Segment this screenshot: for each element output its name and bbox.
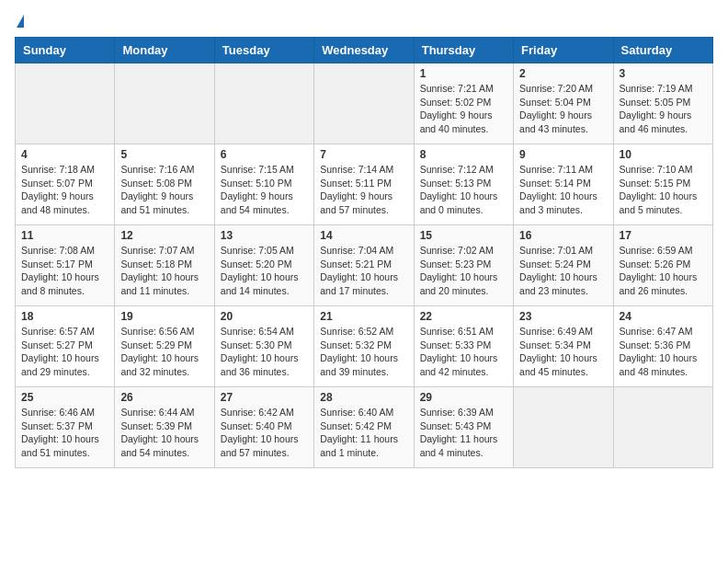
- calendar-table: SundayMondayTuesdayWednesdayThursdayFrid…: [15, 37, 713, 468]
- weekday-header-thursday: Thursday: [414, 38, 513, 63]
- calendar-cell: [314, 63, 414, 144]
- day-info: Sunrise: 6:49 AMSunset: 5:34 PMDaylight:…: [519, 325, 607, 379]
- day-info: Sunrise: 6:44 AMSunset: 5:39 PMDaylight:…: [120, 406, 208, 460]
- calendar-cell: 13Sunrise: 7:05 AMSunset: 5:20 PMDayligh…: [214, 225, 313, 306]
- day-info: Sunrise: 7:11 AMSunset: 5:14 PMDaylight:…: [519, 163, 607, 217]
- weekday-header-sunday: Sunday: [16, 38, 115, 63]
- day-info: Sunrise: 6:54 AMSunset: 5:30 PMDaylight:…: [221, 325, 308, 379]
- day-number: 12: [120, 229, 208, 242]
- day-number: 11: [21, 229, 108, 242]
- calendar-cell: 7Sunrise: 7:14 AMSunset: 5:11 PMDaylight…: [314, 144, 414, 225]
- day-number: 17: [620, 229, 707, 242]
- calendar-cell: 8Sunrise: 7:12 AMSunset: 5:13 PMDaylight…: [414, 144, 513, 225]
- calendar-cell: 10Sunrise: 7:10 AMSunset: 5:15 PMDayligh…: [613, 144, 712, 225]
- calendar-cell: 29Sunrise: 6:39 AMSunset: 5:43 PMDayligh…: [414, 387, 513, 468]
- day-info: Sunrise: 7:20 AMSunset: 5:04 PMDaylight:…: [519, 82, 607, 136]
- day-info: Sunrise: 6:40 AMSunset: 5:42 PMDaylight:…: [320, 406, 407, 460]
- calendar-cell: 23Sunrise: 6:49 AMSunset: 5:34 PMDayligh…: [514, 306, 613, 387]
- day-number: 5: [120, 148, 208, 161]
- day-info: Sunrise: 6:59 AMSunset: 5:26 PMDaylight:…: [620, 244, 707, 298]
- calendar-cell: 12Sunrise: 7:07 AMSunset: 5:18 PMDayligh…: [115, 225, 214, 306]
- calendar-cell: 27Sunrise: 6:42 AMSunset: 5:40 PMDayligh…: [214, 387, 313, 468]
- day-info: Sunrise: 7:05 AMSunset: 5:20 PMDaylight:…: [221, 244, 308, 298]
- day-info: Sunrise: 6:42 AMSunset: 5:40 PMDaylight:…: [221, 406, 308, 460]
- day-number: 21: [320, 310, 407, 323]
- day-info: Sunrise: 7:16 AMSunset: 5:08 PMDaylight:…: [120, 163, 208, 217]
- day-number: 14: [320, 229, 407, 242]
- calendar-cell: [16, 63, 115, 144]
- calendar-cell: 21Sunrise: 6:52 AMSunset: 5:32 PMDayligh…: [314, 306, 414, 387]
- calendar-cell: 4Sunrise: 7:18 AMSunset: 5:07 PMDaylight…: [16, 144, 115, 225]
- day-info: Sunrise: 6:51 AMSunset: 5:33 PMDaylight:…: [420, 325, 507, 379]
- day-info: Sunrise: 7:10 AMSunset: 5:15 PMDaylight:…: [620, 163, 707, 217]
- week-row-2: 11Sunrise: 7:08 AMSunset: 5:17 PMDayligh…: [16, 225, 713, 306]
- weekday-header-monday: Monday: [115, 38, 214, 63]
- day-number: 28: [320, 391, 407, 404]
- day-number: 2: [519, 67, 607, 80]
- week-row-3: 18Sunrise: 6:57 AMSunset: 5:27 PMDayligh…: [16, 306, 713, 387]
- day-info: Sunrise: 6:46 AMSunset: 5:37 PMDaylight:…: [21, 406, 108, 460]
- week-row-4: 25Sunrise: 6:46 AMSunset: 5:37 PMDayligh…: [16, 387, 713, 468]
- calendar-cell: 6Sunrise: 7:15 AMSunset: 5:10 PMDaylight…: [214, 144, 313, 225]
- day-number: 10: [620, 148, 707, 161]
- calendar-cell: 15Sunrise: 7:02 AMSunset: 5:23 PMDayligh…: [414, 225, 513, 306]
- day-number: 13: [221, 229, 308, 242]
- day-number: 8: [420, 148, 507, 161]
- calendar-cell: 20Sunrise: 6:54 AMSunset: 5:30 PMDayligh…: [214, 306, 313, 387]
- calendar-cell: 25Sunrise: 6:46 AMSunset: 5:37 PMDayligh…: [16, 387, 115, 468]
- calendar-cell: 9Sunrise: 7:11 AMSunset: 5:14 PMDaylight…: [514, 144, 613, 225]
- calendar-cell: 22Sunrise: 6:51 AMSunset: 5:33 PMDayligh…: [414, 306, 513, 387]
- weekday-header-wednesday: Wednesday: [314, 38, 414, 63]
- day-number: 22: [420, 310, 507, 323]
- day-info: Sunrise: 6:47 AMSunset: 5:36 PMDaylight:…: [620, 325, 707, 379]
- day-number: 19: [120, 310, 208, 323]
- calendar-body: 1Sunrise: 7:21 AMSunset: 5:02 PMDaylight…: [16, 63, 713, 468]
- day-info: Sunrise: 7:21 AMSunset: 5:02 PMDaylight:…: [420, 82, 507, 136]
- calendar-cell: [214, 63, 313, 144]
- calendar-cell: 19Sunrise: 6:56 AMSunset: 5:29 PMDayligh…: [115, 306, 214, 387]
- week-row-1: 4Sunrise: 7:18 AMSunset: 5:07 PMDaylight…: [16, 144, 713, 225]
- day-number: 27: [221, 391, 308, 404]
- day-number: 20: [221, 310, 308, 323]
- calendar-cell: 17Sunrise: 6:59 AMSunset: 5:26 PMDayligh…: [613, 225, 712, 306]
- day-number: 16: [519, 229, 607, 242]
- day-info: Sunrise: 7:19 AMSunset: 5:05 PMDaylight:…: [620, 82, 707, 136]
- day-info: Sunrise: 7:14 AMSunset: 5:11 PMDaylight:…: [320, 163, 407, 217]
- day-number: 23: [519, 310, 607, 323]
- logo-icon: [17, 15, 24, 28]
- page-header: [15, 15, 713, 28]
- day-number: 18: [21, 310, 108, 323]
- day-info: Sunrise: 6:39 AMSunset: 5:43 PMDaylight:…: [420, 406, 507, 460]
- day-number: 7: [320, 148, 407, 161]
- week-row-0: 1Sunrise: 7:21 AMSunset: 5:02 PMDaylight…: [16, 63, 713, 144]
- day-info: Sunrise: 7:08 AMSunset: 5:17 PMDaylight:…: [21, 244, 108, 298]
- day-number: 3: [620, 67, 707, 80]
- day-info: Sunrise: 7:18 AMSunset: 5:07 PMDaylight:…: [21, 163, 108, 217]
- day-number: 26: [120, 391, 208, 404]
- day-info: Sunrise: 6:52 AMSunset: 5:32 PMDaylight:…: [320, 325, 407, 379]
- day-info: Sunrise: 7:04 AMSunset: 5:21 PMDaylight:…: [320, 244, 407, 298]
- calendar-cell: 2Sunrise: 7:20 AMSunset: 5:04 PMDaylight…: [514, 63, 613, 144]
- calendar-cell: 5Sunrise: 7:16 AMSunset: 5:08 PMDaylight…: [115, 144, 214, 225]
- calendar-header: SundayMondayTuesdayWednesdayThursdayFrid…: [16, 38, 713, 63]
- weekday-header-friday: Friday: [514, 38, 613, 63]
- day-info: Sunrise: 7:07 AMSunset: 5:18 PMDaylight:…: [120, 244, 208, 298]
- day-number: 15: [420, 229, 507, 242]
- day-info: Sunrise: 7:12 AMSunset: 5:13 PMDaylight:…: [420, 163, 507, 217]
- day-info: Sunrise: 7:15 AMSunset: 5:10 PMDaylight:…: [221, 163, 308, 217]
- day-info: Sunrise: 6:57 AMSunset: 5:27 PMDaylight:…: [21, 325, 108, 379]
- day-number: 1: [420, 67, 507, 80]
- day-info: Sunrise: 6:56 AMSunset: 5:29 PMDaylight:…: [120, 325, 208, 379]
- day-number: 24: [620, 310, 707, 323]
- day-info: Sunrise: 7:02 AMSunset: 5:23 PMDaylight:…: [420, 244, 507, 298]
- weekday-header-tuesday: Tuesday: [214, 38, 313, 63]
- calendar-cell: 24Sunrise: 6:47 AMSunset: 5:36 PMDayligh…: [613, 306, 712, 387]
- calendar-cell: 3Sunrise: 7:19 AMSunset: 5:05 PMDaylight…: [613, 63, 712, 144]
- calendar-cell: 14Sunrise: 7:04 AMSunset: 5:21 PMDayligh…: [314, 225, 414, 306]
- day-number: 6: [221, 148, 308, 161]
- day-number: 9: [519, 148, 607, 161]
- weekday-row: SundayMondayTuesdayWednesdayThursdayFrid…: [16, 38, 713, 63]
- logo: [15, 15, 24, 28]
- calendar-cell: [115, 63, 214, 144]
- calendar-cell: 16Sunrise: 7:01 AMSunset: 5:24 PMDayligh…: [514, 225, 613, 306]
